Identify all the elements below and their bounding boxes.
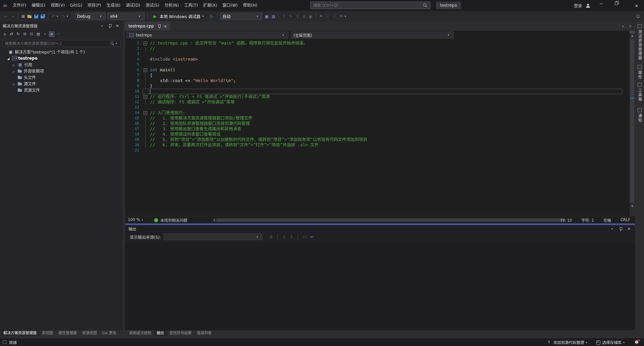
code-line-15[interactable]: 15// 1. 使用解决方案资源管理器窗口添加/管理文件 xyxy=(125,116,622,121)
toggle-bookmark-icon[interactable] xyxy=(318,14,324,19)
add-to-source-control-button[interactable]: 添加到源代码管理 xyxy=(544,338,591,346)
tool-window-tab[interactable]: 调用层次结构 xyxy=(126,330,154,336)
document-tab[interactable]: testrepo.cpp xyxy=(125,21,170,31)
tool-window-tab[interactable]: 查找符号结果 xyxy=(167,330,194,336)
quick-search-box[interactable] xyxy=(310,2,430,9)
code-line-8[interactable]: 8 std::cout << "Hello World!\n"; xyxy=(125,78,622,83)
tool-window-tab[interactable]: Git 更改 xyxy=(100,330,119,336)
tool-window-tab[interactable]: 类视图 xyxy=(39,330,56,336)
undo-icon[interactable] xyxy=(51,14,56,19)
menu-item[interactable]: 工具(T) xyxy=(181,0,201,11)
code-line-11[interactable]: 11// 运行程序: Ctrl + F5 或调试 >“开始执行(不调试)”菜单 xyxy=(125,94,622,99)
menu-item[interactable]: 文件(F) xyxy=(10,0,29,11)
code-editor[interactable]: 1// testrepo.cpp : 此文件包含 "main" 函数。程序执行将… xyxy=(125,39,622,216)
chevron-down-icon[interactable] xyxy=(116,42,119,45)
autohide-tab[interactable]: 工具箱 xyxy=(637,83,642,101)
output-source-dropdown[interactable] xyxy=(164,233,262,240)
diagnostics-icon[interactable] xyxy=(271,14,276,19)
menu-item[interactable]: 项目(P) xyxy=(85,0,104,11)
tree-node-project[interactable]: testrepo xyxy=(0,55,123,61)
goto-message-icon[interactable] xyxy=(268,234,274,239)
scrollbar-thumb[interactable] xyxy=(630,39,634,203)
save-icon[interactable] xyxy=(34,14,39,19)
scope-icon[interactable] xyxy=(29,31,34,37)
step-over-icon[interactable] xyxy=(288,14,293,19)
code-line-16[interactable]: 16// 2. 使用团队资源管理器窗口连接到源代码管理 xyxy=(125,121,622,126)
collapse-all-icon[interactable] xyxy=(22,31,28,37)
search-icon[interactable] xyxy=(110,41,115,46)
clear-bookmarks-icon[interactable] xyxy=(338,14,344,19)
menu-item[interactable]: 分析(N) xyxy=(162,0,181,11)
tree-node[interactable]: 引用 xyxy=(0,61,123,68)
code-line-20[interactable]: 20// 6. 将来，若要再次打开此项目，请转到“文件”>“打开”>“项目”并选… xyxy=(125,142,622,148)
pin-icon[interactable] xyxy=(107,23,112,28)
output-panel-header[interactable]: 输出 xyxy=(125,225,635,232)
immediate-window-icon[interactable] xyxy=(308,14,313,19)
code-line-1[interactable]: 1// testrepo.cpp : 此文件包含 "main" 函数。程序执行将… xyxy=(125,41,622,46)
configuration-dropdown[interactable]: Debug xyxy=(75,13,106,20)
collapsed-arrow-icon[interactable] xyxy=(11,81,16,86)
forward-icon[interactable] xyxy=(10,14,15,19)
tree-node-solution[interactable]: 解决方案"testrepo"(1 个项目/共 1 个) xyxy=(0,49,123,55)
code-line-19[interactable]: 19// 5. 转到“项目”>“添加新项”以创建新的代码文件，或转到“项目”>“… xyxy=(125,137,622,142)
code-line-2[interactable]: 2// xyxy=(125,46,622,51)
code-line-17[interactable]: 17// 3. 使用输出窗口查看生成输出和其他消息 xyxy=(125,126,622,132)
undo-dropdown-icon[interactable] xyxy=(57,15,60,18)
close-icon[interactable] xyxy=(626,226,632,231)
project-scope-dropdown[interactable]: testrepo xyxy=(126,31,288,39)
close-icon[interactable] xyxy=(164,24,167,29)
back-icon[interactable] xyxy=(3,14,9,19)
chevron-down-icon[interactable] xyxy=(101,24,105,27)
collapsed-arrow-icon[interactable] xyxy=(11,62,16,67)
eol-indicator[interactable]: CRLF xyxy=(621,217,630,223)
search-input[interactable] xyxy=(311,3,423,8)
home-icon[interactable] xyxy=(2,31,7,37)
tool-window-tab[interactable]: 资源视图 xyxy=(79,330,100,336)
menu-item[interactable]: 窗口(W) xyxy=(220,0,240,11)
start-debugging-button[interactable]: 本地 Windows 调试器 xyxy=(150,12,208,20)
toolbar-overflow-icon[interactable] xyxy=(344,15,348,18)
scroll-down-icon[interactable] xyxy=(630,204,635,209)
minimize-button[interactable] xyxy=(599,0,614,11)
code-line-18[interactable]: 18// 4. 使用错误列表窗口查看错误 xyxy=(125,132,622,137)
refresh-icon[interactable] xyxy=(15,31,21,37)
platform-dropdown[interactable]: x64 xyxy=(108,13,145,20)
code-line-3[interactable]: 3 xyxy=(125,51,622,57)
scroll-left-icon[interactable] xyxy=(212,218,216,222)
autohide-tab[interactable]: 通知 xyxy=(637,108,642,123)
prev-bookmark-icon[interactable] xyxy=(325,14,330,19)
tree-node[interactable]: 资源文件 xyxy=(0,87,123,93)
vertical-scrollbar[interactable] xyxy=(630,31,635,216)
new-project-icon[interactable] xyxy=(20,14,26,19)
chevron-down-icon[interactable] xyxy=(611,227,615,230)
save-all-icon[interactable] xyxy=(40,14,46,19)
tree-node[interactable]: 源文件 xyxy=(0,80,123,87)
menu-item[interactable]: 生成(B) xyxy=(104,0,123,11)
fold-collapse-icon[interactable] xyxy=(143,41,149,46)
more-options-icon[interactable] xyxy=(56,31,61,37)
horizontal-scrollbar[interactable] xyxy=(212,218,567,222)
solution-explorer-header[interactable]: 解决方案资源管理器 xyxy=(0,21,123,30)
properties-icon[interactable] xyxy=(49,31,54,37)
fold-collapse-icon[interactable] xyxy=(143,110,149,116)
user-icon[interactable] xyxy=(585,3,591,8)
autohide-tab[interactable]: 测试资源管理器 xyxy=(637,24,642,60)
attach-dropdown[interactable]: 自动 xyxy=(220,13,262,20)
next-message-icon[interactable] xyxy=(289,234,294,239)
code-line-21[interactable]: 21 xyxy=(125,148,622,153)
sign-in-button[interactable]: 登录 xyxy=(574,3,582,8)
solution-explorer-search[interactable] xyxy=(2,40,121,47)
menu-item[interactable]: 编辑(E) xyxy=(29,0,48,11)
word-wrap-icon[interactable] xyxy=(309,234,315,239)
menu-item[interactable]: 测试(S) xyxy=(143,0,162,11)
restore-button[interactable] xyxy=(614,0,629,11)
pin-icon[interactable] xyxy=(618,226,623,231)
close-icon[interactable] xyxy=(115,23,120,28)
menu-item[interactable]: Git(G) xyxy=(67,0,85,11)
send-feedback-icon[interactable] xyxy=(635,14,641,19)
redo-icon[interactable] xyxy=(61,14,66,19)
start-without-debug-icon[interactable] xyxy=(209,14,215,19)
split-editor-handle[interactable] xyxy=(630,31,635,33)
code-line-13[interactable]: 13 xyxy=(125,105,622,110)
prev-message-icon[interactable] xyxy=(281,234,287,239)
